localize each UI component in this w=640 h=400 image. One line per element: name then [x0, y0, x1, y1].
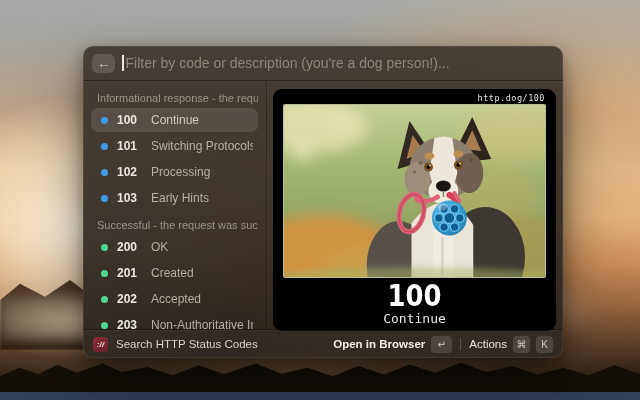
section-header-informational: Informational response - the request w..… [97, 91, 258, 105]
detail-status-code: 100 [301, 280, 527, 311]
list-item-100[interactable]: 100 Continue [91, 108, 258, 132]
status-dot [101, 244, 108, 251]
detail-status-label: Continue [283, 311, 546, 326]
text-caret [122, 55, 124, 71]
actions-label: Actions [469, 338, 507, 350]
status-code: 203 [117, 318, 144, 329]
extension-logo-icon: :// [93, 337, 108, 352]
status-description: Continue [151, 113, 199, 127]
search-input[interactable] [126, 55, 555, 71]
open-in-browser-label: Open in Browser [333, 338, 425, 350]
list-item-103[interactable]: 103 Early Hints [91, 186, 258, 210]
status-code: 103 [117, 191, 144, 205]
list-item-102[interactable]: 102 Processing [91, 160, 258, 184]
return-key-icon: ↵ [431, 336, 452, 353]
list-item-203[interactable]: 203 Non-Authoritative Informa... [91, 313, 258, 329]
content-area: Informational response - the request w..… [83, 81, 563, 329]
extension-name: Search HTTP Status Codes [116, 338, 258, 350]
status-code: 201 [117, 266, 144, 280]
status-dot [101, 117, 108, 124]
status-description: Accepted [151, 292, 201, 306]
dog-photo [283, 104, 546, 278]
detail-card: http.dog/100 [273, 89, 556, 331]
status-code: 102 [117, 165, 144, 179]
status-description: OK [151, 240, 168, 254]
status-dot [101, 195, 108, 202]
status-code: 100 [117, 113, 144, 127]
status-description: Non-Authoritative Informa... [151, 318, 253, 329]
wallpaper-bottom-strip [0, 392, 640, 400]
status-description: Processing [151, 165, 210, 179]
footer-bar: :// Search HTTP Status Codes Open in Bro… [83, 330, 563, 358]
search-bar: ← [83, 46, 563, 80]
list-item-101[interactable]: 101 Switching Protocols [91, 134, 258, 158]
k-key-icon: K [536, 336, 553, 353]
launcher-window: ← Informational response - the request w… [83, 46, 563, 358]
open-in-browser-button[interactable]: Open in Browser ↵ [333, 336, 452, 353]
status-code: 200 [117, 240, 144, 254]
status-code-list: Informational response - the request w..… [83, 81, 266, 329]
actions-button[interactable]: Actions ⌘ K [469, 336, 553, 353]
list-item-200[interactable]: 200 OK [91, 235, 258, 259]
list-item-202[interactable]: 202 Accepted [91, 287, 258, 311]
status-dot [101, 270, 108, 277]
detail-source-caption: http.dog/100 [283, 92, 546, 104]
section-header-successful: Successful - the request was successf... [97, 218, 258, 232]
status-dot [101, 143, 108, 150]
status-code: 202 [117, 292, 144, 306]
status-description: Switching Protocols [151, 139, 253, 153]
status-code: 101 [117, 139, 144, 153]
status-description: Early Hints [151, 191, 209, 205]
status-dot [101, 169, 108, 176]
status-dot [101, 296, 108, 303]
status-description: Created [151, 266, 194, 280]
command-key-icon: ⌘ [513, 336, 530, 353]
detail-pane: http.dog/100 [267, 81, 563, 329]
footer-separator [460, 338, 461, 350]
list-item-201[interactable]: 201 Created [91, 261, 258, 285]
status-dot [101, 322, 108, 329]
back-button[interactable]: ← [92, 54, 115, 73]
